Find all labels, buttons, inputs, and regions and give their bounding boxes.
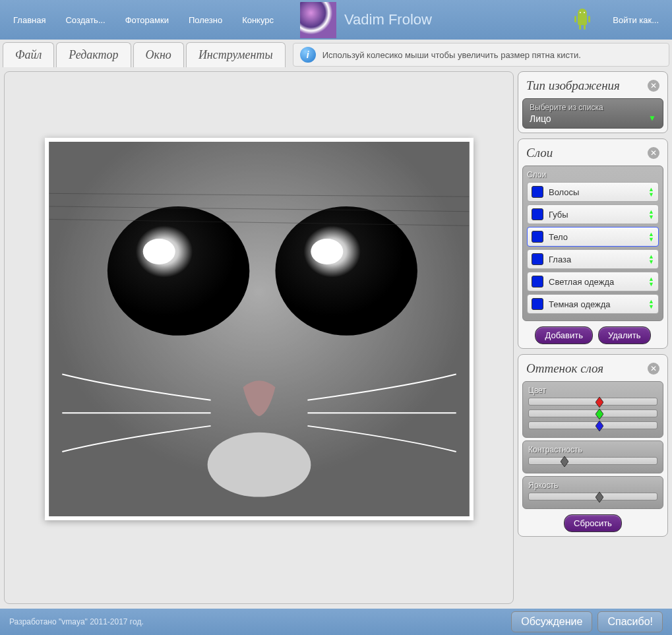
- brightness-slider[interactable]: [528, 493, 657, 500]
- android-icon[interactable]: [572, 8, 593, 32]
- close-icon[interactable]: ✕: [648, 147, 659, 159]
- layers-list-label: Слои: [527, 170, 659, 179]
- brightness-label: Яркость: [528, 481, 657, 490]
- layer-reorder[interactable]: ▲▼: [648, 277, 654, 287]
- svg-marker-22: [596, 492, 603, 502]
- info-icon: i: [300, 47, 316, 63]
- layer-reorder[interactable]: ▲▼: [648, 187, 654, 197]
- login-link[interactable]: Войти как...: [613, 15, 659, 25]
- tab-editor[interactable]: Редактор: [56, 42, 131, 67]
- color-slider-group: Цвет: [522, 381, 663, 438]
- layer-color-swatch[interactable]: [532, 253, 543, 265]
- arrow-down-icon[interactable]: ▼: [648, 260, 654, 264]
- contrast-slider-group: Контрастность: [522, 440, 663, 473]
- svg-point-6: [580, 12, 581, 13]
- nav-frames[interactable]: Фоторамки: [125, 15, 169, 25]
- slider-handle[interactable]: [596, 397, 603, 408]
- slider-handle[interactable]: [596, 492, 603, 502]
- layer-reorder[interactable]: ▲▼: [648, 299, 654, 309]
- brightness-slider-group: Яркость: [522, 476, 663, 509]
- canvas-image[interactable]: [45, 138, 473, 520]
- panel-title-image-type: Тип изображения: [526, 78, 620, 93]
- layer-color-swatch[interactable]: [532, 231, 543, 243]
- layer-item[interactable]: Светлая одежда ▲▼: [527, 272, 659, 291]
- svg-marker-21: [561, 456, 568, 467]
- layer-name: Глаза: [549, 255, 648, 264]
- brand-name: Vadim Frolow: [344, 11, 432, 28]
- layers-box: Слои Волосы ▲▼ Губы ▲▼ Тело ▲▼ Глаза ▲▼ …: [522, 166, 663, 321]
- svg-rect-2: [574, 16, 576, 22]
- svg-point-13: [311, 239, 343, 264]
- svg-point-14: [207, 433, 311, 497]
- discuss-button[interactable]: Обсуждение: [511, 611, 592, 632]
- nav-useful[interactable]: Полезно: [189, 15, 222, 25]
- reset-button[interactable]: Сбросить: [564, 514, 622, 532]
- layer-reorder[interactable]: ▲▼: [648, 255, 654, 264]
- thanks-button[interactable]: Спасибо!: [597, 611, 663, 632]
- svg-point-7: [584, 12, 585, 13]
- svg-point-11: [275, 206, 417, 336]
- arrow-down-icon[interactable]: ▼: [648, 282, 654, 287]
- layer-item[interactable]: Темная одежда ▲▼: [527, 294, 659, 314]
- logo-block: Vadim Frolow: [300, 2, 432, 38]
- copyright-text: Разработано "vmaya" 2011-2017 год.: [9, 617, 144, 626]
- layer-color-swatch[interactable]: [532, 186, 543, 198]
- panel-tint: Оттенок слоя ✕ Цвет Контрастность Яркост…: [518, 354, 668, 537]
- tab-file[interactable]: Файл: [3, 42, 54, 67]
- svg-rect-4: [579, 24, 581, 30]
- close-icon[interactable]: ✕: [648, 80, 659, 92]
- color-label: Цвет: [528, 386, 657, 395]
- layer-item[interactable]: Губы ▲▼: [527, 204, 659, 224]
- color-slider[interactable]: [528, 409, 657, 417]
- select-label: Выберите из списка: [530, 103, 656, 112]
- hint-text: Используй колесико мыши чтобы увеличить …: [322, 50, 581, 60]
- slider-handle[interactable]: [561, 456, 568, 467]
- close-icon[interactable]: ✕: [648, 363, 659, 375]
- color-slider[interactable]: [528, 398, 657, 406]
- layer-item[interactable]: Глаза ▲▼: [527, 249, 659, 269]
- nav-contest[interactable]: Конкурс: [242, 15, 274, 25]
- tab-window[interactable]: Окно: [133, 42, 184, 67]
- slider-handle[interactable]: [596, 409, 603, 419]
- add-layer-button[interactable]: Добавить: [535, 326, 592, 344]
- arrow-down-icon[interactable]: ▼: [648, 305, 654, 309]
- layer-item[interactable]: Тело ▲▼: [527, 227, 659, 247]
- tab-tools[interactable]: Инструменты: [186, 42, 286, 67]
- svg-rect-5: [584, 24, 586, 30]
- nav-home[interactable]: Главная: [13, 15, 46, 25]
- svg-marker-19: [596, 409, 603, 419]
- layer-color-swatch[interactable]: [532, 276, 543, 287]
- layer-color-swatch[interactable]: [532, 208, 543, 220]
- panel-title-tint: Оттенок слоя: [526, 361, 603, 376]
- layer-item[interactable]: Волосы ▲▼: [527, 182, 659, 202]
- arrow-down-icon[interactable]: ▼: [648, 215, 654, 220]
- contrast-label: Контрастность: [528, 445, 657, 454]
- top-nav: Главная Создать... Фоторамки Полезно Кон…: [0, 0, 672, 40]
- arrow-down-icon[interactable]: ▼: [648, 237, 654, 242]
- slider-handle[interactable]: [596, 421, 603, 431]
- layer-name: Губы: [549, 210, 648, 220]
- arrow-down-icon[interactable]: ▼: [648, 193, 654, 197]
- panel-layers: Слои ✕ Слои Волосы ▲▼ Губы ▲▼ Тело ▲▼ Гл…: [518, 138, 668, 349]
- layer-reorder[interactable]: ▲▼: [648, 210, 654, 220]
- nav-create[interactable]: Создать...: [65, 15, 105, 25]
- svg-point-12: [142, 239, 175, 264]
- select-value: Лицо: [530, 113, 656, 124]
- chevron-down-icon: ▼: [648, 113, 656, 123]
- panel-title-layers: Слои: [526, 146, 553, 160]
- delete-layer-button[interactable]: Удалить: [598, 326, 651, 344]
- canvas-wrap: [4, 71, 514, 604]
- svg-marker-18: [596, 397, 603, 408]
- footer: Разработано "vmaya" 2011-2017 год. Обсуж…: [0, 609, 672, 635]
- layer-color-swatch[interactable]: [532, 298, 543, 310]
- image-type-select[interactable]: Выберите из списка Лицо ▼: [522, 98, 663, 129]
- svg-point-10: [107, 206, 249, 336]
- layer-name: Темная одежда: [549, 299, 648, 309]
- layer-name: Волосы: [549, 187, 648, 197]
- layer-reorder[interactable]: ▲▼: [648, 232, 654, 242]
- contrast-slider[interactable]: [528, 457, 657, 465]
- svg-rect-3: [588, 16, 590, 22]
- color-slider[interactable]: [528, 421, 657, 429]
- toolbar: Файл Редактор Окно Инструменты i Использ…: [0, 40, 672, 67]
- panel-image-type: Тип изображения ✕ Выберите из списка Лиц…: [518, 71, 668, 133]
